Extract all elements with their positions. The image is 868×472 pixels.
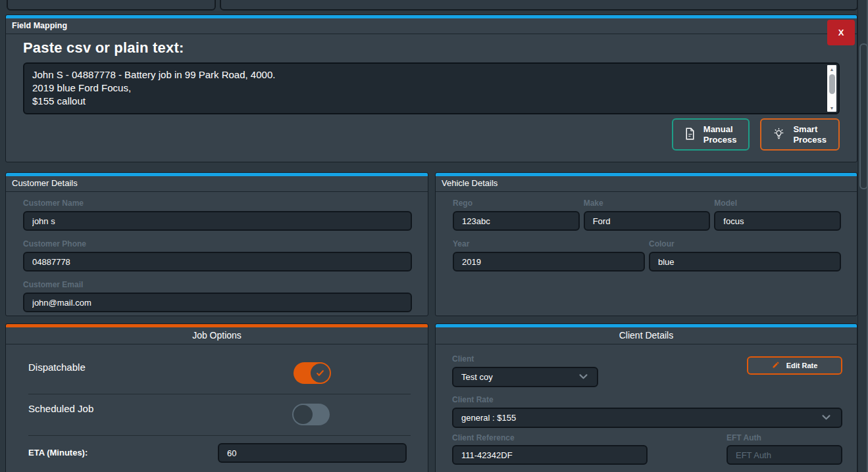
client-details-title: Client Details — [436, 327, 857, 344]
smart-process-label: Smart Process — [793, 124, 827, 145]
manual-process-button[interactable]: Manual Process — [672, 118, 750, 151]
edit-rate-button[interactable]: Edit Rate — [747, 356, 842, 375]
eta-label: ETA (Minutes): — [28, 448, 88, 458]
close-button[interactable]: X — [827, 20, 855, 45]
customer-email-input[interactable] — [23, 293, 412, 312]
client-reference-label: Client Reference — [452, 433, 515, 442]
paste-textarea-wrap: John S - 04887778 - Battery job in 99 Pa… — [23, 62, 840, 114]
field-mapping-body: Paste csv or plain text: John S - 048877… — [6, 34, 857, 151]
client-label: Client — [452, 354, 474, 364]
scheduled-job-label: Scheduled Job — [28, 403, 93, 414]
toggle-knob — [309, 362, 331, 384]
eft-auth-label: EFT Auth — [727, 433, 761, 442]
page-scrollbar[interactable] — [857, 0, 868, 472]
colour-input[interactable] — [649, 252, 841, 271]
scroll-down-icon[interactable]: ▼ — [830, 104, 834, 112]
client-rate-select[interactable]: general : $155 — [452, 408, 842, 428]
customer-details-title: Customer Details — [6, 176, 428, 192]
make-input[interactable] — [584, 211, 711, 231]
vehicle-details-body: Rego Make Model Year Colour — [436, 192, 857, 280]
year-label: Year — [453, 239, 645, 248]
process-buttons-row: Manual Process Smart Process — [23, 118, 840, 151]
make-label: Make — [584, 199, 711, 208]
paste-heading: Paste csv or plain text: — [23, 39, 840, 57]
rego-label: Rego — [453, 199, 580, 208]
chevron-down-icon — [821, 412, 832, 425]
model-label: Model — [714, 199, 841, 208]
customer-details-panel: Customer Details Customer Name Customer … — [5, 172, 428, 316]
customer-phone-label: Customer Phone — [23, 239, 412, 248]
job-options-title: Job Options — [6, 327, 428, 344]
edit-rate-label: Edit Rate — [786, 362, 818, 369]
scheduled-job-toggle[interactable] — [294, 404, 330, 425]
divider — [28, 394, 411, 394]
dispatchable-toggle[interactable] — [294, 362, 330, 384]
eta-input[interactable] — [218, 443, 407, 463]
client-details-panel: Client Details Client Test coy Edit Rate… — [435, 323, 857, 472]
customer-details-body: Customer Name Customer Phone Customer Em… — [6, 192, 428, 312]
page-scrollbar-thumb[interactable] — [859, 43, 868, 189]
customer-phone-input[interactable] — [23, 252, 412, 271]
dispatchable-label: Dispatchable — [28, 362, 86, 373]
background-input-right — [220, 0, 858, 11]
year-input[interactable] — [453, 252, 645, 271]
client-select-value: Test coy — [461, 372, 493, 382]
textarea-scrollbar[interactable]: ▲ ▼ — [827, 65, 836, 112]
client-rate-value: general : $155 — [461, 413, 516, 423]
pencil-icon — [772, 361, 780, 370]
client-select[interactable]: Test coy — [452, 367, 598, 387]
screen: Field Mapping X Paste csv or plain text:… — [0, 0, 868, 472]
check-icon — [316, 369, 324, 377]
customer-name-label: Customer Name — [23, 199, 412, 208]
vehicle-details-title: Vehicle Details — [436, 176, 857, 192]
chevron-down-icon — [578, 371, 589, 384]
client-rate-label: Client Rate — [452, 395, 494, 404]
divider — [28, 435, 411, 436]
vehicle-details-panel: Vehicle Details Rego Make Model Year — [435, 172, 857, 316]
scroll-up-icon[interactable]: ▲ — [830, 65, 834, 73]
scrollbar-thumb[interactable] — [829, 74, 835, 94]
toggle-knob — [292, 404, 314, 425]
rego-input[interactable] — [453, 211, 580, 231]
field-mapping-panel: Field Mapping X Paste csv or plain text:… — [5, 14, 857, 162]
model-input[interactable] — [714, 211, 841, 231]
colour-label: Colour — [649, 239, 841, 248]
client-reference-input[interactable] — [452, 445, 648, 465]
field-mapping-title: Field Mapping — [6, 18, 857, 34]
eft-auth-input[interactable] — [727, 445, 842, 465]
customer-email-label: Customer Email — [23, 280, 412, 289]
lightbulb-icon — [773, 128, 784, 142]
smart-process-button[interactable]: Smart Process — [760, 118, 840, 151]
background-input-left — [7, 0, 216, 11]
manual-process-label: Manual Process — [703, 124, 737, 145]
paste-textarea[interactable]: John S - 04887778 - Battery job in 99 Pa… — [23, 62, 840, 114]
customer-name-input[interactable] — [23, 211, 412, 231]
job-options-panel: Job Options Dispatchable Scheduled Job E… — [5, 323, 428, 472]
document-icon — [685, 128, 695, 142]
